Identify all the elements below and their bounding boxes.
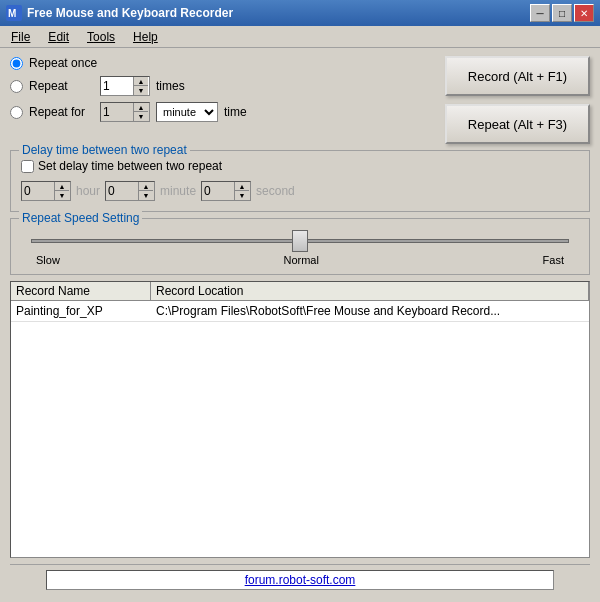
repeat-count-spinbox[interactable]: ▲ ▼ — [100, 76, 150, 96]
title-buttons: ─ □ ✕ — [530, 4, 594, 22]
repeat-for-radio[interactable] — [10, 106, 23, 119]
minimize-button[interactable]: ─ — [530, 4, 550, 22]
delay-second-input[interactable] — [202, 182, 234, 200]
repeat-count-arrows: ▲ ▼ — [133, 77, 148, 95]
slider-container: Slow Normal Fast — [21, 227, 579, 266]
col-header-location: Record Location — [151, 282, 589, 300]
delay-hour-input[interactable] — [22, 182, 54, 200]
second-label: second — [256, 184, 295, 198]
minute-label: minute — [160, 184, 196, 198]
close-button[interactable]: ✕ — [574, 4, 594, 22]
delay-second-arrows: ▲ ▼ — [234, 182, 249, 200]
time-unit-select[interactable]: minute second hour — [157, 103, 217, 121]
record-name-cell: Painting_for_XP — [11, 303, 151, 319]
records-table: Record Name Record Location Painting_for… — [10, 281, 590, 558]
menu-tools[interactable]: Tools — [84, 29, 118, 45]
delay-checkbox-row: Set delay time between two repeat — [21, 159, 579, 173]
repeat-for-down[interactable]: ▼ — [134, 112, 148, 121]
delay-minute-input[interactable] — [106, 182, 138, 200]
repeat-radio[interactable] — [10, 80, 23, 93]
menu-help[interactable]: Help — [130, 29, 161, 45]
repeat-for-spinbox[interactable]: ▲ ▼ — [100, 102, 150, 122]
window-title: Free Mouse and Keyboard Recorder — [27, 6, 233, 20]
repeat-label: Repeat — [29, 79, 94, 93]
action-buttons: Record (Alt + F1) Repeat (Alt + F3) — [445, 56, 590, 144]
record-location-cell: C:\Program Files\RobotSoft\Free Mouse an… — [151, 303, 589, 319]
top-section: Repeat once Repeat ▲ ▼ times Repeat for — [10, 56, 590, 144]
repeat-once-row: Repeat once — [10, 56, 435, 70]
slider-labels: Slow Normal Fast — [31, 254, 569, 266]
repeat-for-input[interactable] — [101, 103, 133, 121]
menu-file[interactable]: File — [8, 29, 33, 45]
repeat-for-arrows: ▲ ▼ — [133, 103, 148, 121]
speed-section: Repeat Speed Setting Slow Normal Fast — [10, 218, 590, 275]
delay-checkbox[interactable] — [21, 160, 34, 173]
delay-minute-up[interactable]: ▲ — [139, 182, 153, 191]
table-row[interactable]: Painting_for_XP C:\Program Files\RobotSo… — [11, 301, 589, 322]
time-unit-select-wrapper[interactable]: minute second hour — [156, 102, 218, 122]
repeat-button[interactable]: Repeat (Alt + F3) — [445, 104, 590, 144]
delay-minute-arrows: ▲ ▼ — [138, 182, 153, 200]
times-label: times — [156, 79, 185, 93]
slow-label: Slow — [36, 254, 60, 266]
col-header-name: Record Name — [11, 282, 151, 300]
delay-hour-up[interactable]: ▲ — [55, 182, 69, 191]
speed-slider[interactable] — [31, 231, 569, 251]
delay-hour-spinbox[interactable]: ▲ ▼ — [21, 181, 71, 201]
svg-text:M: M — [8, 8, 16, 19]
delay-minute-spinbox[interactable]: ▲ ▼ — [105, 181, 155, 201]
speed-section-title: Repeat Speed Setting — [19, 211, 142, 225]
delay-section-title: Delay time between two repeat — [19, 143, 190, 157]
delay-minute-down[interactable]: ▼ — [139, 191, 153, 200]
delay-hour-arrows: ▲ ▼ — [54, 182, 69, 200]
table-header: Record Name Record Location — [11, 282, 589, 301]
repeat-count-up[interactable]: ▲ — [134, 77, 148, 86]
footer-link[interactable]: forum.robot-soft.com — [46, 570, 554, 590]
delay-hour-down[interactable]: ▼ — [55, 191, 69, 200]
menu-bar: File Edit Tools Help — [0, 26, 600, 48]
delay-inputs-row: ▲ ▼ hour ▲ ▼ minute ▲ ▼ second — [21, 181, 579, 201]
title-bar-left: M Free Mouse and Keyboard Recorder — [6, 5, 233, 21]
repeat-row: Repeat ▲ ▼ times — [10, 76, 435, 96]
delay-second-spinbox[interactable]: ▲ ▼ — [201, 181, 251, 201]
title-bar: M Free Mouse and Keyboard Recorder ─ □ ✕ — [0, 0, 600, 26]
repeat-once-label: Repeat once — [29, 56, 97, 70]
radio-options: Repeat once Repeat ▲ ▼ times Repeat for — [10, 56, 435, 122]
repeat-for-label: Repeat for — [29, 105, 94, 119]
normal-label: Normal — [283, 254, 318, 266]
repeat-once-radio[interactable] — [10, 57, 23, 70]
delay-second-down[interactable]: ▼ — [235, 191, 249, 200]
time-label: time — [224, 105, 247, 119]
repeat-count-input[interactable] — [101, 77, 133, 95]
menu-edit[interactable]: Edit — [45, 29, 72, 45]
delay-section: Delay time between two repeat Set delay … — [10, 150, 590, 212]
delay-checkbox-wrapper: Set delay time between two repeat — [21, 159, 222, 173]
footer: forum.robot-soft.com — [10, 564, 590, 594]
hour-label: hour — [76, 184, 100, 198]
fast-label: Fast — [543, 254, 564, 266]
delay-second-up[interactable]: ▲ — [235, 182, 249, 191]
repeat-count-down[interactable]: ▼ — [134, 86, 148, 95]
maximize-button[interactable]: □ — [552, 4, 572, 22]
repeat-for-up[interactable]: ▲ — [134, 103, 148, 112]
record-button[interactable]: Record (Alt + F1) — [445, 56, 590, 96]
main-content: Repeat once Repeat ▲ ▼ times Repeat for — [0, 48, 600, 602]
delay-checkbox-label: Set delay time between two repeat — [38, 159, 222, 173]
repeat-for-row: Repeat for ▲ ▼ minute second hour time — [10, 102, 435, 122]
app-icon: M — [6, 5, 22, 21]
